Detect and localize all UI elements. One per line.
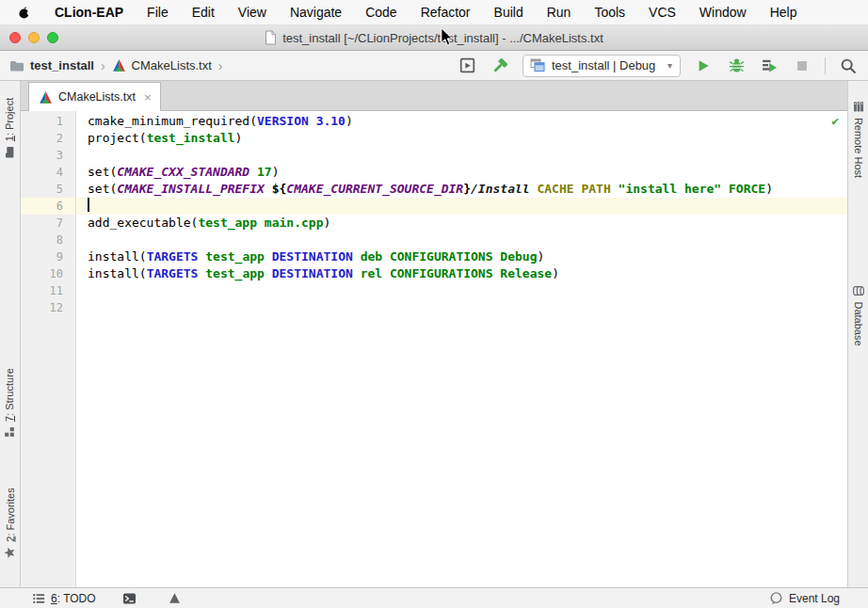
stop-button	[792, 56, 812, 76]
tool-window-button-project[interactable]: 1: Project	[4, 98, 15, 158]
folder-icon	[9, 59, 24, 72]
line-number: 7	[21, 215, 75, 232]
menu-item-build[interactable]: Build	[494, 5, 523, 20]
chevron-right-icon: ›	[217, 58, 224, 73]
code-line[interactable]: 10install(TARGETS test_app DESTINATION r…	[21, 265, 847, 282]
debug-button[interactable]	[726, 56, 747, 76]
tool-window-button-database[interactable]: Database	[853, 284, 865, 345]
line-number: 3	[21, 147, 75, 164]
minimize-window-button[interactable]	[28, 32, 40, 43]
chevron-down-icon: ▾	[667, 60, 672, 71]
code-text	[75, 299, 847, 316]
cmake-icon	[112, 58, 126, 72]
left-tool-window-stripe: 1: Project7: Structure2: Favorites	[0, 81, 21, 587]
code-line[interactable]: 7add_executable(test_app main.cpp)	[21, 215, 847, 232]
code-line[interactable]: 8	[21, 232, 847, 248]
menu-item-code[interactable]: Code	[365, 5, 396, 20]
tool-window-button-structure[interactable]: 7: Structure	[4, 368, 15, 438]
menu-item-help[interactable]: Help	[770, 5, 797, 20]
code-line[interactable]: 3	[21, 147, 847, 164]
code-line[interactable]: 11	[21, 282, 847, 299]
tool-window-label: Remote Host	[853, 118, 864, 178]
tool-window-label: 1: Project	[4, 98, 15, 141]
coverage-icon	[762, 57, 778, 73]
menu-item-run[interactable]: Run	[547, 5, 571, 20]
code-text: project(test_install)	[75, 130, 847, 147]
status-bar-item-todo[interactable]: 6: TODO	[32, 592, 96, 605]
close-window-button[interactable]	[9, 32, 21, 43]
code-line[interactable]: 2project(test_install)	[21, 130, 847, 147]
code-line[interactable]: 5set(CMAKE_INSTALL_PREFIX ${CMAKE_CURREN…	[21, 181, 847, 198]
tool-window-label: 6: TODO	[51, 592, 96, 605]
app-window-icon	[530, 58, 545, 72]
line-number: 12	[21, 299, 75, 316]
status-bar-item-cmake[interactable]	[169, 592, 186, 605]
line-number: 4	[21, 164, 75, 181]
cmake-icon	[39, 90, 53, 104]
status-bar-item-terminal[interactable]	[122, 592, 142, 605]
inspection-status-icon[interactable]: ✔	[831, 114, 839, 128]
breadcrumb-item[interactable]: CMakeLists.txt	[112, 58, 212, 72]
run-tool-window-button[interactable]	[457, 56, 477, 76]
bug-icon	[729, 57, 745, 73]
hammer-icon	[491, 57, 508, 74]
document-icon	[265, 30, 277, 45]
menu-item-navigate[interactable]: Navigate	[290, 5, 342, 20]
cmake-gray-icon	[169, 592, 181, 604]
stop-icon	[795, 58, 810, 73]
line-number: 11	[21, 282, 75, 299]
code-line[interactable]: 12	[21, 299, 847, 316]
play-icon	[696, 58, 711, 73]
run-configuration-select[interactable]: test_install | Debug ▾	[522, 55, 681, 77]
star-icon	[4, 547, 16, 559]
event-log-icon	[769, 591, 783, 605]
traffic-lights	[9, 25, 58, 50]
right-tool-window-stripe: Remote HostDatabase	[847, 81, 868, 587]
code-line[interactable]: 4set(CMAKE_CXX_STANDARD 17)	[21, 164, 847, 181]
menu-item-window[interactable]: Window	[699, 5, 747, 20]
window-title: test_install [~/CLionProjects/test_insta…	[282, 31, 603, 45]
close-tab-icon[interactable]: ×	[144, 90, 152, 104]
zoom-window-button[interactable]	[47, 32, 58, 43]
code-editor[interactable]: 1cmake_minimum_required(VERSION 3.10)2pr…	[21, 111, 847, 587]
search-everywhere-button[interactable]	[838, 56, 859, 76]
run-configuration-label: test_install | Debug	[552, 58, 655, 72]
code-text: set(CMAKE_INSTALL_PREFIX ${CMAKE_CURRENT…	[75, 181, 847, 198]
toolbar-separator	[825, 57, 826, 74]
menu-item-clion-eap[interactable]: CLion-EAP	[55, 5, 123, 20]
build-button[interactable]	[490, 56, 510, 76]
menu-item-view[interactable]: View	[238, 5, 266, 20]
project-icon	[4, 146, 15, 158]
apple-icon[interactable]	[17, 5, 31, 20]
tool-window-button-remotehost[interactable]: Remote Host	[853, 101, 865, 178]
line-number: 2	[21, 130, 75, 147]
menu-item-vcs[interactable]: VCS	[649, 5, 676, 20]
run-button[interactable]	[693, 56, 714, 76]
search-icon	[840, 57, 857, 74]
database-icon	[853, 284, 865, 296]
run-window-icon	[459, 57, 475, 73]
code-line[interactable]: 6	[21, 198, 847, 215]
line-number: 10	[21, 265, 75, 282]
code-line[interactable]: 1cmake_minimum_required(VERSION 3.10)	[21, 113, 847, 130]
breadcrumb-item[interactable]: test_install	[9, 58, 94, 72]
status-bar: 6: TODO Event Log	[0, 587, 868, 608]
remote-host-icon	[853, 101, 865, 113]
code-text: install(TARGETS test_app DESTINATION deb…	[75, 248, 847, 265]
code-text	[75, 147, 847, 164]
tool-window-button-favorites[interactable]: 2: Favorites	[4, 488, 16, 558]
code-line[interactable]: 9install(TARGETS test_app DESTINATION de…	[21, 248, 847, 265]
code-text: install(TARGETS test_app DESTINATION rel…	[75, 265, 847, 282]
line-number: 6	[21, 198, 75, 215]
menu-item-file[interactable]: File	[147, 5, 169, 20]
editor-tab[interactable]: CMakeLists.txt×	[28, 82, 161, 111]
tool-window-label: Database	[853, 301, 864, 345]
event-log-button[interactable]: Event Log	[769, 591, 840, 605]
code-text	[75, 198, 847, 215]
code-text: cmake_minimum_required(VERSION 3.10)	[75, 113, 847, 130]
menu-item-edit[interactable]: Edit	[192, 5, 215, 20]
menu-item-refactor[interactable]: Refactor	[421, 5, 471, 20]
menu-item-tools[interactable]: Tools	[594, 5, 625, 20]
run-with-coverage-button[interactable]	[759, 56, 780, 76]
line-number: 9	[21, 248, 75, 265]
